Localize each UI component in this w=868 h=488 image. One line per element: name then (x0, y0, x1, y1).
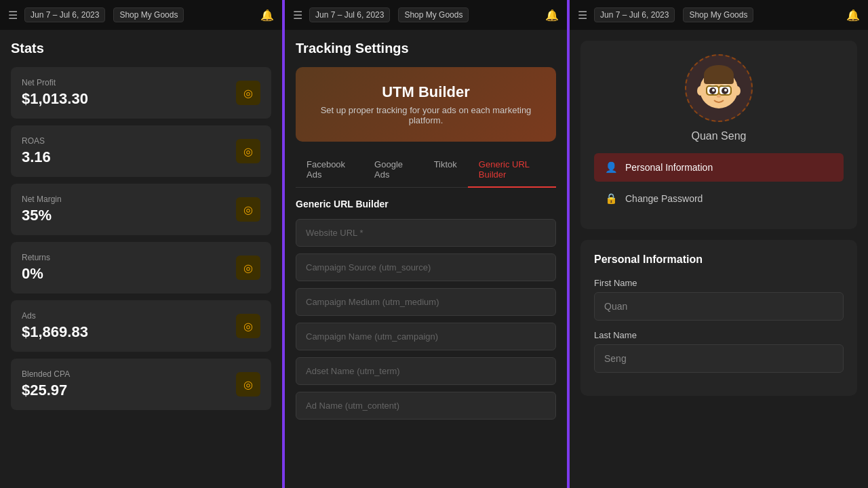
right-menu-icon[interactable]: ☰ (578, 9, 587, 22)
stat-label-ads: Ads (22, 311, 88, 321)
menu-item-change-password[interactable]: 🔒 Change Password (594, 184, 844, 213)
svg-point-9 (712, 89, 715, 92)
middle-shop-name[interactable]: Shop My Goods (398, 7, 469, 22)
middle-date-range[interactable]: Jun 7 – Jul 6, 2023 (309, 7, 390, 22)
stat-value-net-profit: $1,013.30 (22, 90, 88, 108)
middle-topbar: ☰ Jun 7 – Jul 6, 2023 Shop My Goods 🔔 (285, 0, 567, 30)
campaign-name-input[interactable] (296, 323, 556, 350)
left-date-range[interactable]: Jun 7 – Jul 6, 2023 (24, 7, 105, 22)
website-url-input[interactable] (296, 219, 556, 247)
stat-card-net-margin: Net Margin 35% ◎ (11, 184, 271, 235)
stat-card-blended-cpa: Blended CPA $25.97 ◎ (11, 359, 271, 410)
stat-card-returns: Returns 0% ◎ (11, 242, 271, 293)
left-topbar: ☰ Jun 7 – Jul 6, 2023 Shop My Goods 🔔 (0, 0, 282, 30)
svg-point-4 (734, 86, 741, 96)
tab-google-ads[interactable]: Google Ads (363, 152, 423, 188)
stats-content: Stats Net Profit $1,013.30 ◎ ROAS 3.16 ◎… (0, 30, 282, 488)
svg-rect-2 (704, 73, 734, 84)
tab-generic-url-builder[interactable]: Generic URL Builder (468, 152, 556, 188)
profile-top: Quan Seng 👤 Personal Information 🔒 Chang… (580, 41, 857, 229)
stat-value-ads: $1,869.83 (22, 323, 88, 341)
left-panel: ☰ Jun 7 – Jul 6, 2023 Shop My Goods 🔔 St… (0, 0, 285, 488)
svg-point-3 (697, 86, 704, 96)
stat-label-net-profit: Net Profit (22, 78, 88, 87)
first-name-label: First Name (594, 278, 844, 288)
campaign-source-input[interactable] (296, 253, 556, 281)
profile-name: Quan Seng (594, 130, 844, 142)
personal-info-section-title: Personal Information (594, 253, 844, 266)
stat-value-net-margin: 35% (22, 207, 62, 224)
stat-value-roas: 3.16 (22, 148, 51, 166)
svg-point-10 (724, 89, 727, 92)
tracking-content: Tracking Settings UTM Builder Set up pro… (285, 30, 567, 488)
stat-icon-blended-cpa[interactable]: ◎ (236, 372, 260, 396)
right-shop-name[interactable]: Shop My Goods (683, 7, 753, 22)
first-name-input[interactable] (594, 292, 844, 321)
stat-label-roas: ROAS (22, 136, 51, 146)
avatar-illustration (692, 61, 746, 115)
stat-label-net-margin: Net Margin (22, 195, 62, 204)
middle-menu-icon[interactable]: ☰ (293, 9, 302, 22)
utm-banner-title: UTM Builder (312, 83, 540, 101)
tabs-row: Facebook Ads Google Ads Tiktok Generic U… (296, 152, 556, 188)
menu-item-personal-info[interactable]: 👤 Personal Information (594, 153, 844, 182)
stat-card-roas: ROAS 3.16 ◎ (11, 125, 271, 177)
campaign-medium-input[interactable] (296, 288, 556, 316)
right-panel: ☰ Jun 7 – Jul 6, 2023 Shop My Goods 🔔 (570, 0, 868, 488)
right-date-range[interactable]: Jun 7 – Jul 6, 2023 (594, 7, 675, 22)
ad-name-input[interactable] (296, 392, 556, 420)
tab-tiktok[interactable]: Tiktok (423, 152, 468, 188)
avatar (685, 54, 753, 122)
personal-info-icon: 👤 (605, 161, 617, 174)
middle-bell-icon[interactable]: 🔔 (545, 9, 559, 22)
adset-name-input[interactable] (296, 357, 556, 385)
stat-label-returns: Returns (22, 253, 50, 262)
stat-icon-roas[interactable]: ◎ (236, 139, 260, 163)
profile-content: Quan Seng 👤 Personal Information 🔒 Chang… (570, 30, 868, 488)
stat-card-ads: Ads $1,869.83 ◎ (11, 300, 271, 352)
change-password-icon: 🔒 (605, 192, 617, 205)
generic-url-builder-section-title: Generic URL Builder (296, 199, 556, 209)
svg-point-14 (717, 95, 721, 98)
stat-icon-returns[interactable]: ◎ (236, 256, 260, 280)
personal-info-label: Personal Information (625, 162, 713, 173)
right-topbar: ☰ Jun 7 – Jul 6, 2023 Shop My Goods 🔔 (570, 0, 868, 30)
stat-icon-ads[interactable]: ◎ (236, 314, 260, 338)
left-shop-name[interactable]: Shop My Goods (113, 7, 184, 22)
last-name-label: Last Name (594, 330, 844, 340)
stat-label-blended-cpa: Blended CPA (22, 369, 70, 379)
left-bell-icon[interactable]: 🔔 (260, 9, 274, 22)
stat-card-net-profit: Net Profit $1,013.30 ◎ (11, 67, 271, 119)
left-menu-icon[interactable]: ☰ (8, 9, 18, 22)
last-name-input[interactable] (594, 344, 844, 373)
stat-value-blended-cpa: $25.97 (22, 382, 70, 399)
change-password-label: Change Password (625, 193, 703, 204)
stat-icon-net-margin[interactable]: ◎ (236, 197, 260, 222)
stats-title: Stats (11, 41, 271, 56)
right-bell-icon[interactable]: 🔔 (846, 9, 860, 22)
middle-panel: ☰ Jun 7 – Jul 6, 2023 Shop My Goods 🔔 Tr… (285, 0, 570, 488)
stat-value-returns: 0% (22, 265, 50, 283)
utm-banner: UTM Builder Set up proper tracking for y… (296, 67, 556, 142)
tracking-title: Tracking Settings (296, 41, 556, 56)
tab-facebook-ads[interactable]: Facebook Ads (296, 152, 363, 188)
stat-icon-net-profit[interactable]: ◎ (236, 81, 260, 105)
personal-info-section: Personal Information First Name Last Nam… (580, 240, 857, 396)
utm-banner-subtitle: Set up proper tracking for your ads on e… (312, 105, 540, 125)
